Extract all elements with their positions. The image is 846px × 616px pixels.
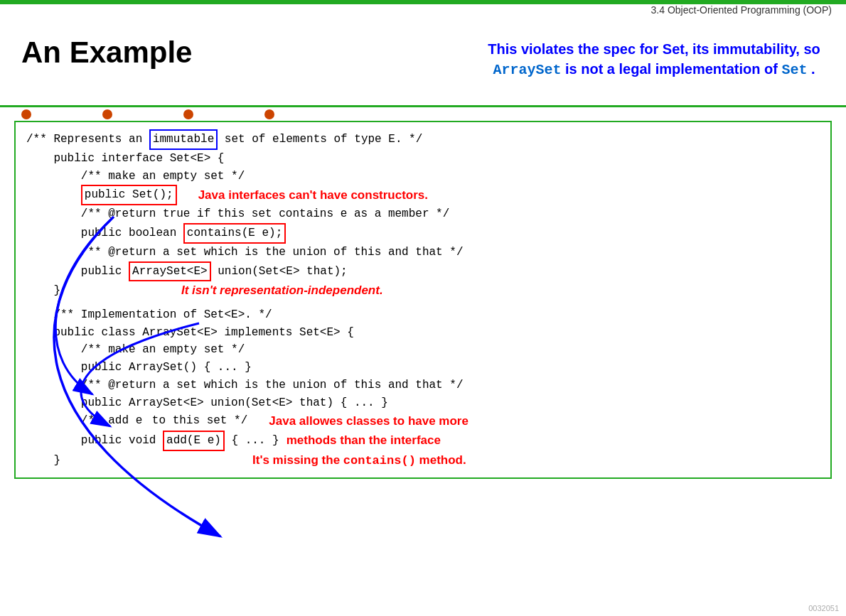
code-line-9: } It isn't representation-independent. (26, 281, 820, 300)
code-line-15: public ArraySet<E> union(Set<E> that) { … (26, 394, 820, 412)
header-title: 3.4 Object-Oriented Programming (OOP) (651, 4, 832, 16)
nav-dot-3[interactable] (183, 109, 193, 119)
code-area: /** Represents an immutable set of eleme… (14, 121, 832, 479)
code-line-5: /** @return true if this set contains e … (26, 205, 820, 223)
immutable-highlight: immutable (149, 129, 218, 150)
annotation-top-right: This violates the spec for Set, its immu… (483, 39, 825, 80)
code-line-11: public class ArraySet<E> implements Set<… (26, 324, 820, 342)
constructor-annotation: Java interfaces can't have constructors. (198, 186, 428, 205)
nav-dots (21, 109, 274, 119)
green-divider-line (0, 105, 846, 107)
nav-dot-1[interactable] (21, 109, 31, 119)
slide-header: 3.4 Object-Oriented Programming (OOP) (651, 4, 832, 16)
watermark: 0032051 (808, 604, 839, 612)
nav-dot-4[interactable] (264, 109, 274, 119)
code-line-1: /** Represents an immutable set of eleme… (26, 129, 820, 150)
code-line-2: public interface Set<E> { (26, 150, 820, 168)
more-methods-annotation-1: Java allowes classes to have more (269, 412, 468, 431)
annotation-line2: ArraySet is not a legal implementation o… (483, 59, 825, 80)
code-line-12: /** make an empty set */ (26, 341, 820, 359)
code-line-4: public Set(); Java interfaces can't have… (26, 185, 820, 205)
code-spacer (26, 301, 820, 306)
more-methods-annotation-2: methods than the interface (287, 431, 441, 450)
missing-contains-annotation: It's missing the contains() method. (252, 451, 466, 470)
code-line-7: /** @return a set which is the union of … (26, 244, 820, 261)
arrayset-highlight: ArraySet<E> (129, 261, 211, 282)
code-line-8: public ArraySet<E> union(Set<E> that); (26, 261, 820, 282)
contains-highlight: contains(E e); (183, 223, 286, 244)
code-line-16: /** add e to this set */ Java allowes cl… (26, 412, 820, 431)
add-highlight: add(E e) (163, 431, 225, 451)
code-line-13: public ArraySet() { ... } (26, 359, 820, 377)
code-line-14: /** @return a set which is the union of … (26, 377, 820, 394)
slide-container: 3.4 Object-Oriented Programming (OOP) An… (0, 0, 846, 616)
code-line-6: public boolean contains(E e); (26, 223, 820, 244)
rep-independent-annotation: It isn't representation-independent. (181, 281, 383, 300)
constructor-highlight: public Set(); (81, 185, 177, 205)
nav-dot-2[interactable] (102, 109, 112, 119)
code-line-3: /** make an empty set */ (26, 168, 820, 185)
code-line-18: } It's missing the contains() method. (26, 451, 820, 470)
slide-title: An Example (21, 36, 192, 70)
code-line-10: /** Implementation of Set<E>. */ (26, 306, 820, 324)
annotation-line1: This violates the spec for Set, its immu… (483, 39, 825, 59)
code-line-17: public void add(E e) { ... } methods tha… (26, 431, 820, 451)
